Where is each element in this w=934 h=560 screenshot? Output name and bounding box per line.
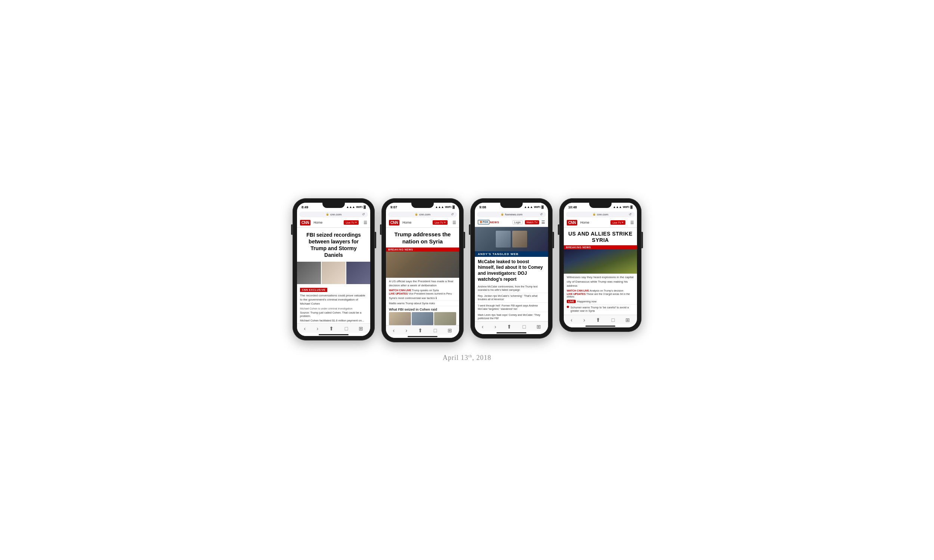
time-1: 8:49: [302, 205, 308, 209]
bookmarks-icon-2[interactable]: □: [434, 328, 437, 333]
reload-icon-1[interactable]: ↺: [362, 212, 365, 216]
fox-item4-3[interactable]: Mark Levin rips 'bad cops' Comey and McC…: [475, 312, 548, 322]
syria-strike-img-4: [564, 249, 637, 274]
address-bar-3[interactable]: 🔒 foxnews.com ↺: [477, 212, 546, 217]
link1-2[interactable]: Syria's most controversial war tactics ℹ: [386, 296, 459, 301]
time-3: 9:08: [479, 205, 486, 209]
fox-login-3[interactable]: Login: [513, 220, 522, 225]
share-icon-1[interactable]: ⬆: [329, 326, 334, 332]
time-4: 10:48: [568, 205, 577, 209]
cnn-home-2[interactable]: Home: [402, 221, 412, 225]
wifi-icon-2: WiFi: [445, 205, 451, 209]
cnn-live-tv-2[interactable]: Live TV ▾: [433, 220, 448, 225]
forward-icon-4[interactable]: ›: [584, 317, 586, 323]
status-icons-4: ▲▲▲ WiFi ▓: [613, 205, 632, 209]
cnn-logo-1: CNN: [300, 220, 310, 226]
lock-icon-1: 🔒: [326, 213, 329, 216]
share-icon-3[interactable]: ⬆: [507, 324, 512, 330]
bookmarks-icon-1[interactable]: □: [345, 326, 348, 332]
cnn-home-1[interactable]: Home: [313, 221, 322, 225]
phone-4-screen: 10:48 ▲▲▲ WiFi ▓ 🔒 cnn.com ↺ CNN Home Li…: [564, 203, 637, 328]
tabs-icon-2[interactable]: ⊞: [448, 328, 452, 333]
reload-icon-4[interactable]: ↺: [629, 212, 632, 216]
fox-logo-3: 🦊FOX: [478, 220, 489, 225]
notch-3: [500, 203, 522, 208]
phone-1-content: FBI seized recordings between lawyers fo…: [297, 228, 370, 322]
tabs-icon-4[interactable]: ⊞: [626, 317, 630, 323]
browser-bottom-3: ‹ › ⬆ □ ⊞: [475, 322, 548, 331]
tabs-icon-1[interactable]: ⊞: [359, 326, 363, 332]
phones-container: 8:49 ▲▲▲ WiFi ▓ 🔒 cnn.com ↺ CNN Home Liv…: [293, 198, 641, 342]
syria-img-2: [386, 252, 459, 278]
back-icon-1[interactable]: ‹: [304, 326, 306, 332]
phone-4: 10:48 ▲▲▲ WiFi ▓ 🔒 cnn.com ↺ CNN Home Li…: [559, 198, 641, 332]
thumb-2b: [412, 312, 434, 325]
fox-item2-3[interactable]: Rep. Jordan rips McCabe's 'scheming': 'T…: [475, 293, 548, 302]
img-1b: [322, 262, 345, 284]
link2-2[interactable]: Mattis warns Trump about Syria risks: [386, 301, 459, 306]
phone-2-screen: 9:07 ▲▲▲ WiFi ▓ 🔒 cnn.com ↺ CNN Home Liv…: [386, 203, 459, 338]
thumb-2a: [389, 312, 411, 325]
phone-1: 8:49 ▲▲▲ WiFi ▓ 🔒 cnn.com ↺ CNN Home Liv…: [293, 198, 375, 340]
img-1c: [346, 262, 370, 284]
address-bar-1[interactable]: 🔒 cnn.com ↺: [299, 212, 368, 217]
back-icon-4[interactable]: ‹: [571, 317, 573, 323]
wifi-icon-1: WiFi: [356, 205, 362, 209]
address-bar-4[interactable]: 🔒 cnn.com ↺: [566, 212, 635, 217]
home-indicator-2: [408, 336, 438, 337]
back-icon-2[interactable]: ‹: [393, 328, 395, 333]
headline-4: US AND ALLIES STRIKE SYRIA: [564, 228, 637, 246]
share-icon-4[interactable]: ⬆: [596, 317, 600, 323]
fox-headline-3: McCabe leaked to boost himself, lied abo…: [475, 257, 548, 284]
battery-icon-1: ▓: [364, 205, 366, 209]
cnn-home-4[interactable]: Home: [580, 221, 589, 225]
share-icon-2[interactable]: ⬆: [418, 328, 422, 333]
breaking-news-4: BREAKING NEWS: [564, 245, 637, 249]
url-3: foxnews.com: [505, 213, 522, 216]
hamburger-2[interactable]: ☰: [452, 220, 456, 225]
hamburger-1[interactable]: ☰: [364, 220, 367, 225]
fox-item3-3[interactable]: 'I went through hell': Former FBI agent …: [475, 303, 548, 312]
forward-icon-1[interactable]: ›: [317, 326, 319, 332]
status-icons-3: ▲▲▲ WiFi ▓: [524, 205, 544, 209]
notch-2: [412, 203, 434, 208]
fox-news-text-3: NEWS: [490, 221, 499, 224]
wifi-icon-4: WiFi: [623, 205, 629, 209]
signal-icon-3: ▲▲▲: [524, 205, 533, 209]
phone-3-content: ANDY'S TANGLED WEB McCabe leaked to boos…: [475, 227, 548, 322]
lock-icon-2: 🔒: [415, 213, 418, 216]
reload-icon-2[interactable]: ↺: [451, 212, 454, 216]
thumb-2c: [434, 312, 456, 325]
url-1: cnn.com: [330, 213, 341, 216]
fox-hamburger-3[interactable]: ☰: [541, 220, 545, 225]
bookmarks-icon-3[interactable]: □: [522, 324, 526, 330]
status-icons-1: ▲▲▲ WiFi ▓: [346, 205, 366, 209]
exclusive-badge-1: CNN EXCLUSIVE: [300, 288, 327, 292]
live-updates-4: LIVE UPDATES These are the 3 target area…: [564, 293, 637, 298]
reload-icon-3[interactable]: ↺: [540, 212, 543, 216]
cnn-nav-4: CNN Home Live TV ▾ ☰: [564, 218, 637, 228]
fox-img-3: [475, 227, 548, 251]
notch-1: [322, 203, 345, 208]
address-bar-2[interactable]: 🔒 cnn.com ↺: [388, 212, 457, 217]
bookmarks-icon-4[interactable]: □: [612, 317, 615, 323]
tabs-icon-3[interactable]: ⊞: [536, 324, 541, 330]
fox-item1-3[interactable]: Andrew McCabe controversies, from the Tr…: [475, 284, 548, 293]
cnn-live-tv-4[interactable]: Live TV ▾: [610, 220, 626, 225]
back-icon-3[interactable]: ‹: [482, 324, 484, 330]
article-meta3-1: Michael Cohen facilitated $1.6 million p…: [297, 319, 370, 322]
hamburger-4[interactable]: ☰: [630, 220, 634, 225]
phone-2: 9:07 ▲▲▲ WiFi ▓ 🔒 cnn.com ↺ CNN Home Liv…: [381, 198, 464, 342]
signal-icon-1: ▲▲▲: [346, 205, 355, 209]
cnn-live-tv-1[interactable]: Live TV ▾: [344, 220, 359, 225]
fox-watch-3[interactable]: Watch TV: [525, 220, 539, 225]
cnn-logo-2: CNN: [389, 220, 399, 226]
cnn-logo-4: CNN: [567, 220, 577, 226]
signal-icon-4: ▲▲▲: [613, 205, 622, 209]
battery-icon-3: ▓: [541, 205, 544, 209]
forward-icon-3[interactable]: ›: [495, 324, 496, 330]
forward-icon-2[interactable]: ›: [406, 328, 408, 333]
browser-bottom-2: ‹ › ⬆ □ ⊞: [386, 325, 459, 334]
dot-icon-4: [567, 306, 569, 308]
browser-bottom-4: ‹ › ⬆ □ ⊞: [564, 315, 637, 324]
